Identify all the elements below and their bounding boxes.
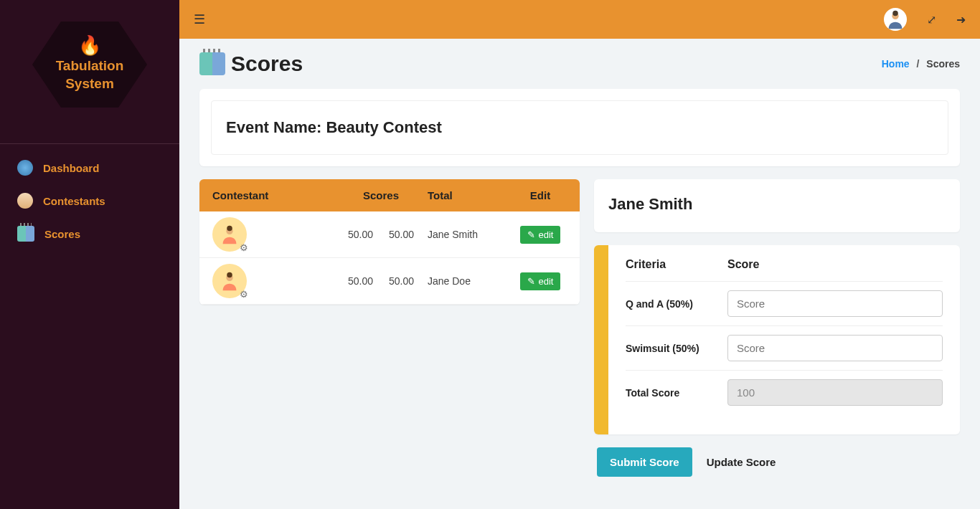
actions: Submit Score Update Score xyxy=(594,447,960,477)
criteria-body: Criteria Score Q and A (50%) Swimsuit (5… xyxy=(608,245,960,434)
score-header-label: Score xyxy=(727,258,943,271)
topbar-right: ⤢ ➜ xyxy=(884,8,966,31)
logo-hexagon: 🔥 TabulationSystem xyxy=(32,22,147,108)
logo: 🔥 TabulationSystem xyxy=(0,0,179,122)
scores-icon xyxy=(17,226,34,242)
total-cell: Jane Doe xyxy=(428,275,514,287)
flame-icon: 🔥 xyxy=(56,36,124,54)
total-cell: Jane Smith xyxy=(428,229,514,240)
user-avatar[interactable] xyxy=(884,8,907,31)
edit-icon: ✎ xyxy=(527,229,535,240)
expand-icon[interactable]: ⤢ xyxy=(927,13,936,27)
criteria-header: Criteria Score xyxy=(626,258,943,271)
contestant-cell xyxy=(212,217,334,252)
table-header: Contestant Scores Total Edit xyxy=(199,179,580,211)
person-icon xyxy=(219,224,240,245)
page-title: Scores xyxy=(231,52,303,76)
selected-contestant-name: Jane Smith xyxy=(606,191,948,221)
contestant-avatar xyxy=(212,217,247,252)
criteria-row: Swimsuit (50%) xyxy=(626,325,943,370)
criteria-label: Swimsuit (50%) xyxy=(626,343,699,354)
person-icon xyxy=(885,9,906,30)
th-total: Total xyxy=(428,189,514,201)
total-score-field xyxy=(727,379,943,406)
menu-toggle-icon[interactable]: ☰ xyxy=(194,11,205,27)
sidebar-nav: Dashboard Contestants Scores xyxy=(0,143,179,250)
submit-score-button[interactable]: Submit Score xyxy=(597,447,692,477)
edit-icon: ✎ xyxy=(527,276,535,287)
table-row: 50.00 50.00 Jane Smith ✎ edit xyxy=(199,211,580,258)
table-row: 50.00 50.00 Jane Doe ✎ edit xyxy=(199,258,580,305)
score-input-qa[interactable] xyxy=(727,290,943,317)
svg-point-1 xyxy=(892,11,898,16)
sidebar-item-contestants[interactable]: Contestants xyxy=(0,184,179,217)
columns: Contestant Scores Total Edit 50.00 xyxy=(199,179,960,477)
sidebar-item-label: Scores xyxy=(44,228,80,240)
event-name: Event Name: Beauty Contest xyxy=(226,118,933,137)
content: Scores Home / Scores Event Name: Beauty … xyxy=(179,39,980,509)
th-scores: Scores xyxy=(334,189,428,201)
logo-text: TabulationSystem xyxy=(56,57,124,92)
topbar: ☰ ⤢ ➜ xyxy=(179,0,980,39)
main: ☰ ⤢ ➜ Scores Home / Scores Event Name xyxy=(179,0,980,509)
criteria-label: Q and A (50%) xyxy=(626,298,693,310)
sidebar-item-scores[interactable]: Scores xyxy=(0,217,179,250)
breadcrumb-home[interactable]: Home xyxy=(882,58,910,70)
th-contestant: Contestant xyxy=(212,189,334,201)
page-header: Scores Home / Scores xyxy=(199,52,960,76)
criteria-header-label: Criteria xyxy=(626,258,666,271)
criteria-row-total: Total Score xyxy=(626,370,943,414)
sidebar-item-label: Contestants xyxy=(43,195,105,207)
left-column: Contestant Scores Total Edit 50.00 xyxy=(199,179,580,477)
contestant-cell xyxy=(212,264,334,298)
scores-page-icon xyxy=(199,52,225,75)
th-edit: Edit xyxy=(514,189,567,201)
person-icon xyxy=(219,270,240,292)
logout-icon[interactable]: ➜ xyxy=(956,13,966,27)
update-score-link[interactable]: Update Score xyxy=(707,456,776,468)
sidebar-item-dashboard[interactable]: Dashboard xyxy=(0,151,179,184)
breadcrumb-current: Scores xyxy=(926,58,960,70)
accent-bar xyxy=(594,245,608,434)
edit-cell: ✎ edit xyxy=(514,226,567,244)
svg-point-3 xyxy=(227,226,232,232)
criteria-row: Q and A (50%) xyxy=(626,281,943,325)
score-input-swimsuit[interactable] xyxy=(727,335,943,361)
contestant-avatar xyxy=(212,264,247,298)
svg-point-5 xyxy=(227,272,232,278)
right-column: Jane Smith Criteria Score Q and A (50%) xyxy=(594,179,960,477)
page-title-wrap: Scores xyxy=(199,52,303,76)
criteria-card: Criteria Score Q and A (50%) Swimsuit (5… xyxy=(594,245,960,434)
sidebar-item-label: Dashboard xyxy=(43,162,99,174)
contestants-icon xyxy=(17,193,33,209)
edit-cell: ✎ edit xyxy=(514,272,567,290)
sidebar: 🔥 TabulationSystem Dashboard Contestants… xyxy=(0,0,179,509)
selected-contestant-card: Jane Smith xyxy=(594,179,960,232)
dashboard-icon xyxy=(17,160,33,176)
scores-cell: 50.00 50.00 xyxy=(334,275,428,287)
edit-button[interactable]: ✎ edit xyxy=(520,272,561,290)
breadcrumb-sep: / xyxy=(917,58,920,70)
edit-button[interactable]: ✎ edit xyxy=(520,226,561,244)
scores-table: Contestant Scores Total Edit 50.00 xyxy=(199,179,580,305)
event-card: Event Name: Beauty Contest xyxy=(199,89,960,166)
breadcrumb: Home / Scores xyxy=(882,58,960,70)
total-score-label: Total Score xyxy=(626,387,679,399)
scores-cell: 50.00 50.00 xyxy=(334,229,428,240)
